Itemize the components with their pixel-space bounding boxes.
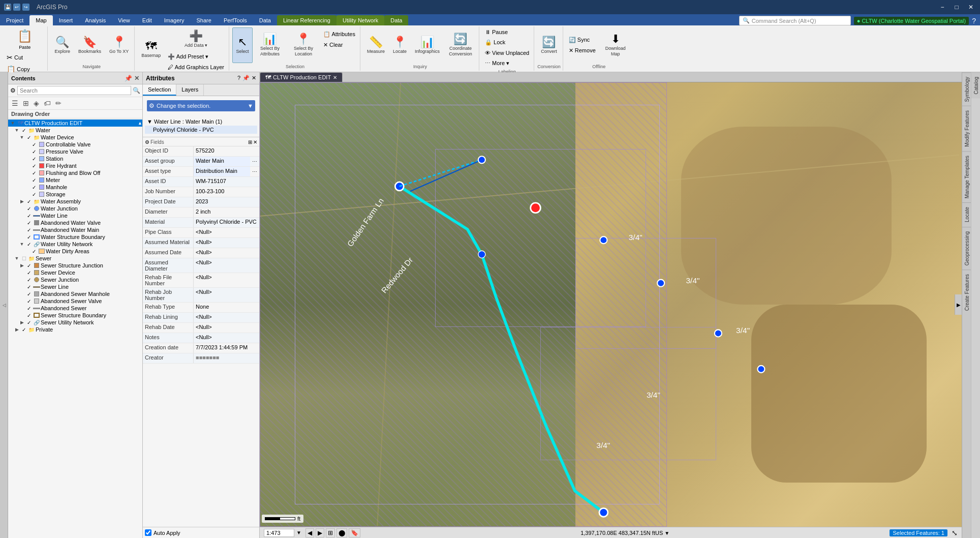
check-fh[interactable]: ✓ bbox=[30, 163, 38, 169]
layer-item-water-device[interactable]: ▼ ✓ 📁 Water Device bbox=[8, 134, 142, 141]
layer-item-water-assembly[interactable]: ▶ ✓ 📁 Water Assembly bbox=[8, 198, 142, 205]
right-tab-symbology[interactable]: Symbology bbox=[962, 72, 971, 106]
tab-data[interactable]: Data bbox=[253, 15, 277, 25]
search-icon[interactable]: 🔍 bbox=[133, 87, 140, 94]
map-content[interactable]: 3/4" 3/4" 3/4" 3/4" 3/4" Redwood Dr Gold… bbox=[260, 82, 962, 527]
help-attr-icon[interactable]: ? bbox=[237, 75, 240, 81]
tab-layers[interactable]: Layers bbox=[176, 84, 204, 96]
check-asm[interactable]: ✓ bbox=[25, 291, 33, 297]
tab-share[interactable]: Share bbox=[191, 15, 218, 25]
check-sun[interactable]: ✓ bbox=[25, 320, 33, 325]
panel-close-icon[interactable]: ✕ bbox=[134, 75, 139, 82]
check-sto[interactable]: ✓ bbox=[30, 192, 38, 197]
auto-apply-checkbox[interactable] bbox=[145, 529, 151, 536]
tab-selection[interactable]: Selection bbox=[143, 84, 176, 96]
layer-item-cltw[interactable]: ▼ 🗺 CLTW Production EDIT ▲ bbox=[8, 119, 142, 127]
layer-item-sewer-utility-network[interactable]: ▶ ✓ 🔗 Sewer Utility Network bbox=[8, 319, 142, 326]
right-tab-create-features[interactable]: Create Features bbox=[962, 270, 971, 315]
asset-group-edit-icon[interactable]: ⋯ bbox=[250, 157, 259, 166]
tab-perftools[interactable]: PerfTools bbox=[218, 15, 253, 25]
scale-dropdown-icon[interactable]: ▼ bbox=[296, 530, 301, 535]
right-tab-modify-features[interactable]: Modify Features bbox=[962, 106, 971, 151]
water-main-line[interactable]: 3/4" 3/4" 3/4" 3/4" 3/4" Redwood Dr Gold… bbox=[260, 82, 962, 527]
coordinate-conversion-button[interactable]: 🔄 Coordinate Conversion bbox=[444, 27, 477, 63]
collapse-icon[interactable]: ▲ bbox=[138, 121, 142, 126]
right-tab-geoprocessing[interactable]: Geoprocessing bbox=[962, 227, 971, 270]
check-wun[interactable]: ✓ bbox=[25, 242, 33, 247]
window-controls[interactable]: − □ ✕ bbox=[937, 3, 976, 11]
tab-map[interactable]: Map bbox=[29, 15, 52, 25]
check-aswm[interactable]: ✓ bbox=[25, 306, 33, 311]
layer-item-water-junction[interactable]: ✓ Water Junction bbox=[8, 205, 142, 212]
check-mtr[interactable]: ✓ bbox=[30, 177, 38, 183]
tab-analysis[interactable]: Analysis bbox=[79, 15, 112, 25]
lock-button[interactable]: 🔒 Lock bbox=[482, 38, 532, 47]
far-right-tab-catalog[interactable]: Catalog bbox=[971, 72, 980, 98]
layer-item-abnd-sewer-valve[interactable]: ✓ Abandoned Sewer Valve bbox=[8, 297, 142, 305]
check-wsb[interactable]: ✓ bbox=[25, 234, 33, 240]
attr-close2-icon[interactable]: ✕ bbox=[253, 139, 257, 145]
auto-apply-label[interactable]: Auto Apply bbox=[154, 530, 180, 536]
list-view-icon[interactable]: ☰ bbox=[10, 99, 20, 108]
layer-item-sewer-junction[interactable]: ✓ Sewer Junction bbox=[8, 276, 142, 283]
view-unplaced-button[interactable]: 👁 View Unplaced bbox=[482, 48, 532, 57]
bookmarks-button[interactable]: 🔖 Bookmarks bbox=[75, 27, 105, 63]
attr-tool-icon[interactable]: ⚙ bbox=[145, 139, 149, 145]
basemap-button[interactable]: 🗺 Basemap bbox=[138, 32, 164, 68]
pin-attr-icon[interactable]: 📌 bbox=[242, 75, 250, 81]
check-wdev[interactable]: ✓ bbox=[25, 135, 33, 140]
layer-item-abnd-sewer-manhole[interactable]: ✓ Abandoned Sewer Manhole bbox=[8, 290, 142, 297]
layer-item-sewer-structure-boundary[interactable]: ✓ Sewer Structure Boundary bbox=[8, 312, 142, 319]
selection-child-item[interactable]: Polyvinyl Chloride - PVC bbox=[145, 126, 257, 134]
maximize-button[interactable]: □ bbox=[952, 3, 962, 11]
help-icon[interactable]: ? bbox=[972, 17, 976, 25]
prev-extent-icon[interactable]: ◀ bbox=[305, 528, 314, 537]
edit-icon[interactable]: ✏ bbox=[54, 99, 63, 108]
layer-item-water[interactable]: ▼ ✓ 📁 Water bbox=[8, 127, 142, 134]
map-resize-icon[interactable]: ⤡ bbox=[952, 529, 958, 537]
tab-utility-network[interactable]: Utility Network bbox=[336, 15, 384, 25]
redo-icon[interactable]: ↪ bbox=[22, 4, 29, 11]
tab-edit[interactable]: Edit bbox=[136, 15, 158, 25]
selected-extent-icon[interactable]: ⬤ bbox=[336, 528, 347, 537]
close-button[interactable]: ✕ bbox=[966, 3, 976, 11]
layer-item-abnd-water-main[interactable]: ✓ Abandoned Water Main bbox=[8, 226, 142, 233]
pause-button[interactable]: ⏸ Pause bbox=[482, 27, 532, 37]
layer-item-sewer[interactable]: ▼ ☐ 📁 Sewer bbox=[8, 255, 142, 262]
label-icon[interactable]: 🏷 bbox=[42, 99, 52, 108]
layer-item-water-dirty-areas[interactable]: ✓ Water Dirty Areas bbox=[8, 248, 142, 255]
minimize-button[interactable]: − bbox=[937, 3, 947, 11]
expand-wun-icon[interactable]: ▼ bbox=[18, 242, 25, 247]
close-attr-icon[interactable]: ✕ bbox=[252, 75, 256, 81]
expand-sewer-icon[interactable]: ▼ bbox=[13, 256, 20, 261]
check-ssj[interactable]: ✓ bbox=[25, 263, 33, 268]
add-graphics-layer-button[interactable]: 🖊 Add Graphics Layer bbox=[165, 63, 227, 72]
layer-item-water-structure-boundary[interactable]: ✓ Water Structure Boundary bbox=[8, 233, 142, 241]
check-cv[interactable]: ✓ bbox=[30, 142, 38, 147]
measure-button[interactable]: 📏 Measure bbox=[363, 27, 388, 63]
next-extent-icon[interactable]: ▶ bbox=[316, 528, 324, 537]
layer-item-abnd-sewer[interactable]: ✓ Abandoned Sewer bbox=[8, 305, 142, 312]
add-data-button[interactable]: ➕ Add Data ▾ bbox=[165, 27, 227, 51]
sync-button[interactable]: 🔄 Sync bbox=[566, 35, 593, 45]
check-stn[interactable]: ✓ bbox=[30, 156, 38, 162]
check-awv[interactable]: ✓ bbox=[25, 220, 33, 226]
attr-resize-icon[interactable]: ⊞ bbox=[248, 139, 252, 145]
tab-imagery[interactable]: Imagery bbox=[158, 15, 191, 25]
selection-parent-item[interactable]: ▼ Water Line : Water Main (1) bbox=[145, 117, 257, 126]
check-pv[interactable]: ✓ bbox=[30, 149, 38, 155]
select-button[interactable]: ↖ Select bbox=[232, 27, 253, 63]
right-tab-locate[interactable]: Locate bbox=[962, 202, 971, 226]
save-icon[interactable]: 💾 bbox=[4, 4, 11, 11]
tab-linear-referencing[interactable]: Linear Referencing bbox=[277, 15, 336, 25]
expand-sun[interactable]: ▶ bbox=[18, 320, 25, 325]
right-tab-manage-templates[interactable]: Manage Templates bbox=[962, 151, 971, 202]
bookmark-nav-icon[interactable]: 🔖 bbox=[349, 528, 360, 537]
select-by-attributes-button[interactable]: 📊 Select By Attributes bbox=[254, 27, 286, 63]
left-panel-toggle[interactable]: ◁ bbox=[0, 72, 8, 538]
expand-wasm-icon[interactable]: ▶ bbox=[18, 199, 25, 204]
check-sln[interactable]: ✓ bbox=[25, 284, 33, 290]
check-mnh[interactable]: ✓ bbox=[30, 185, 38, 190]
contents-search-input[interactable] bbox=[17, 86, 131, 95]
full-extent-icon[interactable]: ⊞ bbox=[326, 528, 335, 537]
